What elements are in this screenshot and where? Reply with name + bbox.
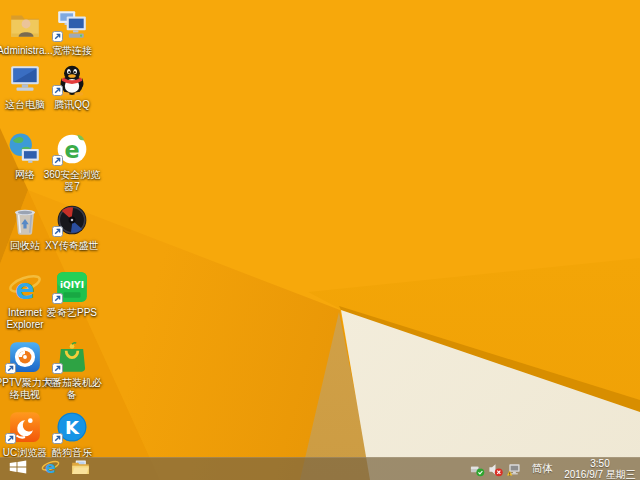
- recycle-bin-icon: [8, 203, 42, 237]
- this-pc-icon: [8, 62, 42, 96]
- svg-text:e: e: [64, 137, 79, 163]
- clock-date: 2016/9/7 星期三: [562, 470, 638, 480]
- network-icon: [8, 132, 42, 166]
- shortcut-arrow-icon: [52, 433, 63, 444]
- desktop-icon-iqiyi-pps[interactable]: iQIYI爱奇艺PPS: [49, 270, 95, 334]
- icon-label: 腾讯QQ: [42, 99, 102, 111]
- administrator-folder-icon: [8, 8, 42, 42]
- taskbar-file-explorer-button[interactable]: [66, 458, 94, 480]
- shortcut-arrow-icon: [52, 293, 63, 304]
- desktop-icon-internet-explorer[interactable]: eInternetExplorer: [2, 270, 48, 334]
- taskbar-internet-explorer-button[interactable]: e: [36, 458, 64, 480]
- desktop-icon-tencent-qq[interactable]: 腾讯QQ: [49, 62, 95, 126]
- windows-logo-icon: [8, 458, 28, 480]
- start-button[interactable]: [2, 458, 34, 480]
- shortcut-arrow-icon: [52, 31, 63, 42]
- desktop-icon-this-pc[interactable]: 这台电脑: [2, 62, 48, 126]
- svg-text:e: e: [45, 459, 55, 477]
- clock-time: 3:50: [562, 459, 638, 469]
- icon-label: 大番茄装机必备: [42, 377, 102, 401]
- windows-desktop: Administra...宽带连接这台电脑腾讯QQ网络e360安全浏览器7回收站…: [0, 0, 640, 480]
- input-language-indicator[interactable]: 简体: [532, 462, 553, 476]
- volume-muted-icon[interactable]: [488, 462, 503, 477]
- taskbar-clock[interactable]: 3:50 2016/9/7 星期三: [562, 459, 638, 480]
- network-warning-icon[interactable]: [506, 462, 521, 477]
- desktop-icon-recycle-bin[interactable]: 回收站: [2, 203, 48, 267]
- icon-label: XY传奇盛世: [42, 240, 102, 252]
- icon-label: 宽带连接: [42, 45, 102, 57]
- shortcut-arrow-icon: [52, 155, 63, 166]
- taskbar: e: [0, 457, 640, 480]
- internet-explorer-icon: e: [8, 270, 42, 304]
- svg-text:e: e: [15, 272, 34, 304]
- file-explorer-icon: [71, 458, 90, 480]
- shortcut-arrow-icon: [5, 433, 16, 444]
- shortcut-arrow-icon: [5, 363, 16, 374]
- svg-text:K: K: [65, 417, 80, 438]
- shortcut-arrow-icon: [52, 85, 63, 96]
- desktop-icon-big-tomato[interactable]: 大番茄装机必备: [49, 340, 95, 404]
- svg-text:iQIYI: iQIYI: [60, 280, 84, 290]
- desktop-icon-xy-legend-game[interactable]: XY传奇盛世: [49, 203, 95, 267]
- shortcut-arrow-icon: [52, 363, 63, 374]
- desktop-icon-360-browser[interactable]: e360安全浏览器7: [49, 132, 95, 196]
- usb-safely-remove-icon[interactable]: [470, 462, 485, 477]
- icon-label: 360安全浏览器7: [42, 169, 102, 193]
- icon-label: 爱奇艺PPS: [42, 307, 102, 319]
- internet-explorer-icon: e: [41, 458, 60, 480]
- system-tray: 简体 3:50 2016/9/7 星期三: [468, 458, 640, 480]
- shortcut-arrow-icon: [52, 226, 63, 237]
